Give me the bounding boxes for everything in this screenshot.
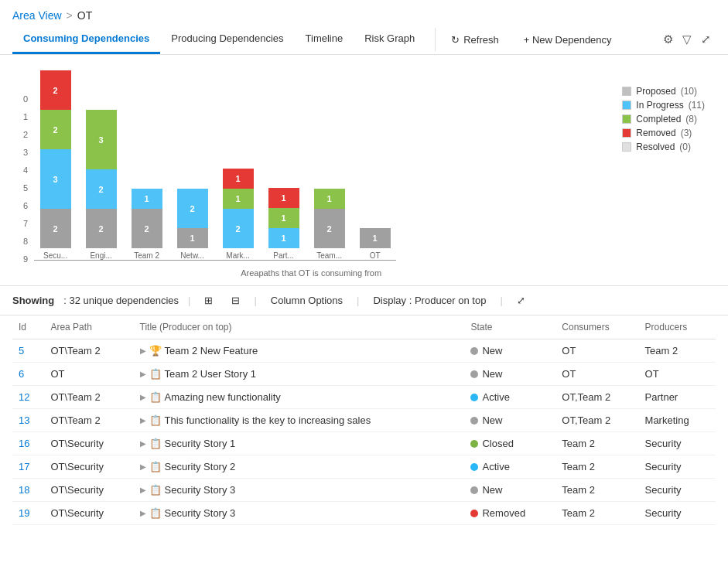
bar-column-4[interactable]: 211Mark... [217,169,259,260]
bar-segment-7-0: 1 [360,228,391,248]
bar-column-7[interactable]: 1OT [354,228,396,260]
table-row: 16OT\Security▶📋Security Story 1ClosedTea… [12,432,716,455]
row-consumers-0: OT [555,339,638,363]
row-title-3: This functionality is the key to increas… [165,414,371,426]
bar-column-0[interactable]: 2322Secu... [34,70,77,260]
story-icon-4: 📋 [149,438,162,449]
refresh-button[interactable]: ↻ Refresh [445,29,505,50]
row-consumers-4: Team 2 [555,432,638,455]
row-producers-5: Security [639,455,716,479]
bar-column-5[interactable]: 111Part... [262,188,305,260]
bar-stack-7: 1 [360,228,391,248]
bar-column-1[interactable]: 223Engi... [80,110,122,260]
row-area-path-6: OT\Security [44,479,133,502]
bar-stack-5: 111 [268,188,299,248]
bar-segment-5-3: 1 [268,188,299,208]
row-consumers-6: Team 2 [555,479,638,502]
filter-button[interactable]: ▽ [678,28,696,51]
refresh-icon: ↻ [451,34,460,46]
collapse-rows-button[interactable]: ⊟ [227,292,244,309]
legend-label-0: Proposed [636,86,675,97]
tab-timeline[interactable]: Timeline [295,25,354,54]
nav-actions: ↻ Refresh + New Dependency [445,29,617,50]
expand-icon-1[interactable]: ▶ [140,370,146,378]
state-dot-1 [470,370,478,378]
showing-value: : 32 unique dependencies [63,295,179,306]
full-screen-button[interactable]: ⤢ [512,292,530,309]
display-toggle-button[interactable]: Display : Producer on top [368,292,490,309]
bar-segment-1-2: 3 [86,110,117,169]
breadcrumb-area-view[interactable]: Area View [12,9,62,22]
row-title-0: Team 2 New Feature [165,345,258,356]
expand-icon-6[interactable]: ▶ [140,486,146,494]
row-id-4[interactable]: 16 [19,438,29,449]
row-id-0[interactable]: 5 [19,345,24,356]
row-id-6[interactable]: 18 [19,484,29,496]
expand-icon-2[interactable]: ▶ [140,393,146,401]
legend-item-1: In Progress(11) [622,100,705,111]
legend-label-4: Resolved [636,142,675,152]
legend-item-0: Proposed(10) [622,86,705,97]
row-id-3[interactable]: 13 [19,414,29,426]
settings-button[interactable]: ⚙ [658,28,678,51]
table-row: 18OT\Security▶📋Security Story 3NewTeam 2… [12,479,716,502]
legend-item-4: Resolved(0) [622,142,705,152]
tab-producing-dependencies[interactable]: Producing Dependencies [160,25,294,54]
expand-icon-4[interactable]: ▶ [140,439,146,448]
tab-risk-graph[interactable]: Risk Graph [354,25,426,54]
bar-column-6[interactable]: 21Team... [308,189,350,260]
column-options-button[interactable]: Column Options [266,292,347,309]
expand-rows-button[interactable]: ⊞ [200,292,217,309]
bar-label-6: Team... [308,251,350,260]
row-area-path-2: OT\Team 2 [44,386,133,409]
expand-icon-3[interactable]: ▶ [140,416,146,425]
expand-icon-7[interactable]: ▶ [140,509,146,517]
tab-consuming-dependencies[interactable]: Consuming Dependencies [12,25,160,54]
toolbar-sep-1: | [188,295,190,306]
row-state-2: Active [464,386,555,409]
row-state-6: New [464,479,555,502]
expand-icon-0[interactable]: ▶ [140,346,146,355]
bar-segment-6-0: 2 [314,209,345,248]
expand-button[interactable]: ⤢ [696,28,716,51]
bar-segment-4-1: 2 [223,209,254,248]
row-state-4: Closed [464,432,555,455]
bar-label-4: Mark... [217,251,259,260]
legend-count-2: (8) [685,114,697,124]
bar-segment-1-0: 2 [86,209,117,248]
row-producers-7: Security [639,502,716,525]
story-icon-7: 📋 [149,507,162,519]
legend-color-2 [622,114,631,124]
legend-count-1: (11) [689,100,705,111]
state-text-5: Active [482,461,509,472]
legend-color-4 [622,142,631,152]
row-title-7: Security Story 3 [165,507,236,519]
row-id-1[interactable]: 6 [19,368,24,380]
row-consumers-2: OT,Team 2 [555,386,638,409]
state-dot-2 [470,394,478,401]
bar-column-3[interactable]: 12Netw... [171,189,214,260]
toolbar-sep-2: | [254,295,256,306]
bar-label-5: Part... [262,251,305,260]
row-id-2[interactable]: 12 [19,391,29,403]
bar-segment-0-1: 3 [40,149,71,209]
new-dependency-button[interactable]: + New Dependency [518,29,618,50]
col-header-id: Id [12,315,44,339]
bar-segment-3-0: 1 [177,228,208,248]
bar-segment-2-0: 2 [132,209,162,248]
y-axis: 9 8 7 6 5 4 3 2 1 0 [23,86,34,264]
state-dot-6 [470,486,478,494]
story-icon-6: 📋 [149,484,162,496]
legend-label-2: Completed [636,114,681,124]
col-header-consumers: Consumers [555,315,638,339]
row-title-2: Amazing new functionality [165,391,281,403]
legend-count-3: (3) [681,128,692,138]
row-area-path-4: OT\Security [44,432,133,455]
row-state-7: Removed [464,502,555,525]
showing-label: Showing [12,295,54,306]
bars-and-axis: 9 8 7 6 5 4 3 2 1 0 2322Secu...223Engi..… [23,70,599,264]
expand-icon-5[interactable]: ▶ [140,462,146,471]
row-id-7[interactable]: 19 [19,507,29,519]
row-id-5[interactable]: 17 [19,461,29,472]
bar-column-2[interactable]: 21Team 2 [125,189,168,260]
